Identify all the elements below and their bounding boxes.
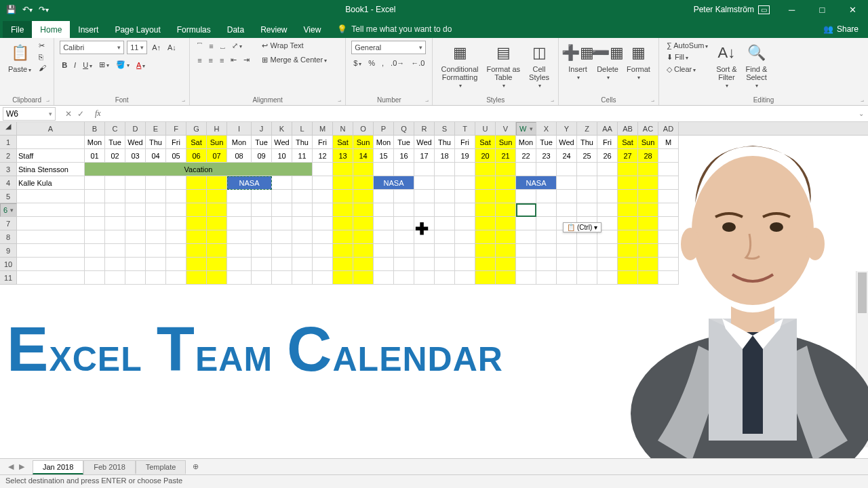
cell[interactable]: 04	[146, 149, 166, 163]
find-select[interactable]: 🔍Find & Select	[743, 41, 770, 90]
cell[interactable]	[557, 230, 577, 244]
cell[interactable]	[353, 271, 374, 285]
increase-font-button[interactable]: A↑	[150, 43, 163, 52]
copy-button[interactable]: ⎘	[37, 52, 48, 62]
tab-formulas[interactable]: Formulas	[169, 21, 219, 38]
name-box[interactable]: W6	[3, 107, 56, 121]
cell[interactable]: Sat	[475, 136, 496, 149]
cell[interactable]	[166, 217, 186, 230]
column-header[interactable]: C	[105, 122, 125, 135]
cell[interactable]	[105, 244, 125, 258]
cell[interactable]	[475, 244, 496, 258]
cell[interactable]	[333, 176, 353, 190]
cell[interactable]	[207, 244, 227, 258]
cell[interactable]	[333, 190, 353, 203]
cell[interactable]	[455, 203, 475, 217]
tab-page-layout[interactable]: Page Layout	[106, 21, 168, 38]
cell[interactable]	[475, 271, 496, 285]
cell[interactable]	[166, 271, 186, 285]
minimize-button[interactable]: ─	[776, 0, 807, 19]
cell[interactable]	[105, 176, 125, 190]
dec-indent[interactable]: ⇤	[229, 55, 239, 65]
cell[interactable]	[536, 190, 557, 203]
cell[interactable]	[207, 271, 227, 285]
cell[interactable]	[455, 244, 475, 258]
align-middle[interactable]: ≡	[207, 41, 215, 51]
cell[interactable]	[374, 190, 394, 203]
cell[interactable]	[292, 271, 313, 285]
inc-indent[interactable]: ⇥	[241, 55, 252, 65]
cell[interactable]: Wed	[414, 136, 435, 149]
fx-icon[interactable]: fx	[91, 108, 105, 119]
cell[interactable]	[435, 176, 455, 190]
cell[interactable]	[166, 258, 186, 271]
cell[interactable]	[85, 176, 105, 190]
column-header[interactable]: H	[207, 122, 227, 135]
cell[interactable]: 16	[394, 149, 414, 163]
new-sheet-button[interactable]: ⊕	[186, 462, 205, 471]
sheet-nav-prev[interactable]: ◀	[8, 462, 14, 471]
cell[interactable]	[227, 203, 252, 217]
column-header[interactable]: Q	[394, 122, 414, 135]
cell[interactable]: 21	[496, 149, 516, 163]
tab-home[interactable]: Home	[32, 21, 70, 38]
cell[interactable]	[292, 230, 313, 244]
cell[interactable]	[85, 258, 105, 271]
cell[interactable]	[516, 217, 536, 230]
cell[interactable]: Tue	[252, 136, 272, 149]
cell[interactable]: 15	[374, 149, 394, 163]
cell[interactable]	[414, 258, 435, 271]
cell[interactable]	[516, 163, 536, 176]
sheet-tab-active[interactable]: Jan 2018	[33, 460, 83, 474]
cell[interactable]	[207, 203, 227, 217]
column-header[interactable]: L	[292, 122, 313, 135]
column-header[interactable]: A	[17, 122, 85, 135]
cell[interactable]	[17, 271, 85, 285]
cell[interactable]	[374, 258, 394, 271]
cell[interactable]	[394, 244, 414, 258]
cell[interactable]	[394, 217, 414, 230]
cell[interactable]	[125, 203, 146, 217]
cell[interactable]	[455, 163, 475, 176]
column-header[interactable]: J	[252, 122, 272, 135]
cell[interactable]	[272, 190, 292, 203]
italic-button[interactable]: I	[72, 60, 78, 70]
column-header[interactable]: T	[455, 122, 475, 135]
column-header[interactable]: B	[85, 122, 105, 135]
cell[interactable]	[536, 271, 557, 285]
cell[interactable]: Fri	[455, 136, 475, 149]
cell[interactable]: 01	[85, 149, 105, 163]
select-all-corner[interactable]: ◢	[0, 122, 17, 135]
cell[interactable]	[455, 176, 475, 190]
cell[interactable]	[435, 203, 455, 217]
cell[interactable]	[125, 190, 146, 203]
fill-button[interactable]: ⬇ Fill	[665, 52, 711, 62]
cell[interactable]	[313, 203, 333, 217]
cell[interactable]	[146, 230, 166, 244]
cell[interactable]: Wed	[557, 136, 577, 149]
cell[interactable]: Mon	[85, 136, 105, 149]
cell[interactable]	[394, 190, 414, 203]
row-header[interactable]: 1	[0, 136, 17, 149]
vacation-cell[interactable]: Vacation	[85, 163, 313, 176]
cell[interactable]	[496, 163, 516, 176]
align-top[interactable]: ⎴	[195, 41, 204, 51]
cell[interactable]	[186, 244, 207, 258]
cell[interactable]	[496, 244, 516, 258]
cell[interactable]	[414, 271, 435, 285]
cell[interactable]: Sun	[496, 136, 516, 149]
cell[interactable]	[455, 217, 475, 230]
cell[interactable]	[186, 258, 207, 271]
cell[interactable]	[577, 203, 597, 217]
cell[interactable]	[186, 190, 207, 203]
clear-button[interactable]: ◇ Clear	[665, 64, 711, 75]
cell[interactable]	[207, 258, 227, 271]
dec-decimal[interactable]: ←.0	[409, 58, 427, 68]
cell[interactable]: Sat	[333, 136, 353, 149]
column-header[interactable]: P	[374, 122, 394, 135]
cell[interactable]	[207, 176, 227, 190]
cell[interactable]	[85, 203, 105, 217]
cell[interactable]	[313, 190, 333, 203]
cell[interactable]	[186, 217, 207, 230]
column-header[interactable]: R	[414, 122, 435, 135]
